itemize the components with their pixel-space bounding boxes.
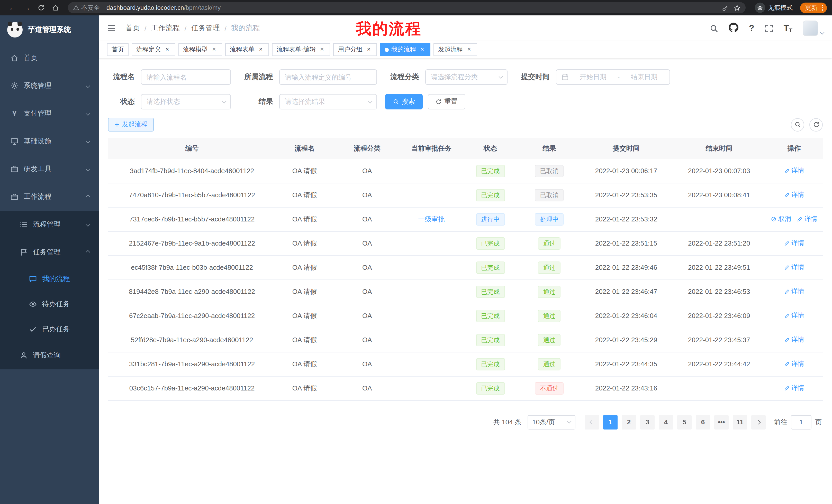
cancel-action-link[interactable]: 取消 [771, 215, 791, 223]
cell-status: 已完成 [462, 159, 519, 183]
sidebar-item-devtools[interactable]: 研发工具 [0, 155, 99, 183]
sidebar-item-task-management[interactable]: 任务管理 [0, 239, 99, 266]
cell-category: OA [333, 159, 401, 183]
pager-page-6[interactable]: 6 [696, 415, 710, 429]
detail-action-link[interactable]: 详情 [784, 191, 804, 199]
detail-action-link[interactable]: 详情 [784, 239, 804, 248]
sidebar-item-process-management[interactable]: 流程管理 [0, 211, 99, 239]
cell-current-task [401, 183, 462, 207]
security-warning[interactable]: 不安全 [73, 3, 100, 12]
tab-item[interactable]: 流程定义× [132, 43, 175, 56]
github-icon[interactable] [729, 22, 739, 34]
sidebar-item-workflow[interactable]: 工作流程 [0, 183, 99, 211]
sidebar-item-leave-query[interactable]: 请假查询 [0, 342, 99, 369]
breadcrumb-item[interactable]: 首页 [126, 24, 140, 33]
browser-forward-icon[interactable]: → [21, 2, 32, 13]
detail-action-link[interactable]: 详情 [797, 215, 817, 223]
incognito-badge: 无痕模式 [755, 3, 793, 13]
reset-button[interactable]: 重置 [428, 94, 465, 109]
browser-back-icon[interactable]: ← [7, 2, 18, 13]
tab-item[interactable]: 流程模型× [178, 43, 222, 56]
pager-page-1[interactable]: 1 [603, 415, 618, 429]
sidebar-item-system[interactable]: 系统管理 [0, 72, 99, 100]
current-task-link[interactable]: 一级审批 [418, 215, 445, 223]
search-button[interactable]: 搜索 [385, 94, 423, 109]
cell-actions: 详情 [765, 328, 823, 352]
process-definition-input[interactable] [279, 69, 377, 85]
breadcrumb-separator [225, 24, 227, 32]
bookmark-star-icon[interactable] [733, 4, 740, 11]
detail-action-link[interactable]: 详情 [784, 166, 804, 175]
detail-action-link[interactable]: 详情 [784, 311, 804, 320]
sidebar-item-home[interactable]: 首页 [0, 44, 99, 72]
tab-close-icon[interactable]: × [210, 46, 217, 53]
browser-update-button[interactable]: 更新 [800, 2, 827, 13]
hamburger-icon[interactable] [107, 23, 117, 33]
category-select[interactable]: 请选择流程分类 [425, 69, 508, 85]
key-icon[interactable] [722, 4, 728, 11]
process-name-input[interactable] [141, 69, 231, 85]
detail-action-link[interactable]: 详情 [784, 384, 804, 393]
help-icon[interactable]: ? [749, 23, 754, 33]
address-bar[interactable]: 不安全 dashboard.yudao.iocoder.cn/bpm/task/… [68, 2, 745, 13]
pager-page-2[interactable]: 2 [622, 415, 636, 429]
start-process-button[interactable]: 发起流程 [108, 118, 154, 132]
sidebar-item-todo-tasks[interactable]: 待办任务 [0, 291, 99, 316]
pager-page-5[interactable]: 5 [677, 415, 692, 429]
next-page-button[interactable] [751, 415, 766, 429]
tab-close-icon[interactable]: × [318, 46, 326, 53]
end-date-placeholder[interactable]: 结束日期 [624, 73, 665, 82]
browser-home-icon[interactable] [50, 2, 61, 13]
app-logo[interactable]: 芋道管理系统 [0, 16, 99, 44]
pager-page-4[interactable]: 4 [659, 415, 673, 429]
tab-close-icon[interactable]: × [257, 46, 264, 53]
tab-close-icon[interactable]: × [163, 46, 171, 53]
result-select[interactable]: 请选择流结果 [279, 94, 377, 109]
pager-page-3[interactable]: 3 [640, 415, 655, 429]
search-icon[interactable] [710, 24, 719, 33]
pager-ellipsis[interactable]: ••• [714, 415, 729, 429]
browser-refresh-icon[interactable] [35, 2, 47, 13]
cell-category: OA [333, 279, 401, 304]
tab-item[interactable]: 流程表单× [225, 43, 269, 56]
cell-id: 2152467e-7b9b-11ec-9a1b-acde48001122 [108, 231, 276, 255]
pager-page-11[interactable]: 11 [733, 415, 747, 429]
tab-item[interactable]: 用户分组× [333, 43, 377, 56]
breadcrumb-item[interactable]: 任务管理 [191, 24, 220, 33]
submit-time-range-picker[interactable]: 开始日期 - 结束日期 [556, 69, 670, 85]
detail-action-link[interactable]: 详情 [784, 263, 804, 272]
toggle-search-button[interactable] [791, 118, 804, 131]
cell-current-task [401, 279, 462, 304]
user-menu[interactable] [803, 21, 824, 36]
tab-active[interactable]: 我的流程× [380, 43, 431, 56]
start-date-placeholder[interactable]: 开始日期 [573, 73, 614, 82]
browser-menu-icon[interactable] [821, 5, 824, 11]
avatar[interactable] [803, 21, 818, 36]
fullscreen-icon[interactable] [765, 24, 773, 33]
status-select[interactable]: 请选择状态 [141, 94, 231, 109]
refresh-table-button[interactable] [809, 118, 823, 131]
cell-category: OA [333, 304, 401, 328]
detail-action-link[interactable]: 详情 [784, 287, 804, 296]
tab-close-icon[interactable]: × [365, 46, 372, 53]
breadcrumb-item[interactable]: 工作流程 [151, 24, 180, 33]
tab-close-icon[interactable]: × [465, 46, 473, 53]
sidebar-item-my-process[interactable]: 我的流程 [0, 266, 99, 291]
sidebar-item-infrastructure[interactable]: 基础设施 [0, 128, 99, 155]
detail-action-link[interactable]: 详情 [784, 335, 804, 344]
tab-item[interactable]: 首页 [107, 43, 129, 56]
tab-item[interactable]: 流程表单-编辑× [272, 43, 330, 56]
process-table-body: 3ad174fb-7b9d-11ec-8404-acde48001122OA 请… [108, 159, 823, 400]
sidebar-item-done-tasks[interactable]: 已办任务 [0, 316, 99, 342]
goto-page-input[interactable] [791, 415, 811, 429]
font-size-icon[interactable]: TT [784, 23, 792, 33]
toolbox-icon [10, 165, 19, 173]
result-badge: 已取消 [535, 165, 564, 177]
sidebar-item-payment[interactable]: ¥ 支付管理 [0, 100, 99, 128]
detail-action-link[interactable]: 详情 [784, 360, 804, 368]
tab-item[interactable]: 发起流程× [434, 43, 477, 56]
prev-page-button[interactable] [585, 415, 599, 429]
tab-close-icon[interactable]: × [419, 46, 426, 53]
page-size-select[interactable]: 10条/页 [527, 415, 575, 429]
cell-end-time: 2022-01-22 23:49:51 [673, 255, 765, 279]
